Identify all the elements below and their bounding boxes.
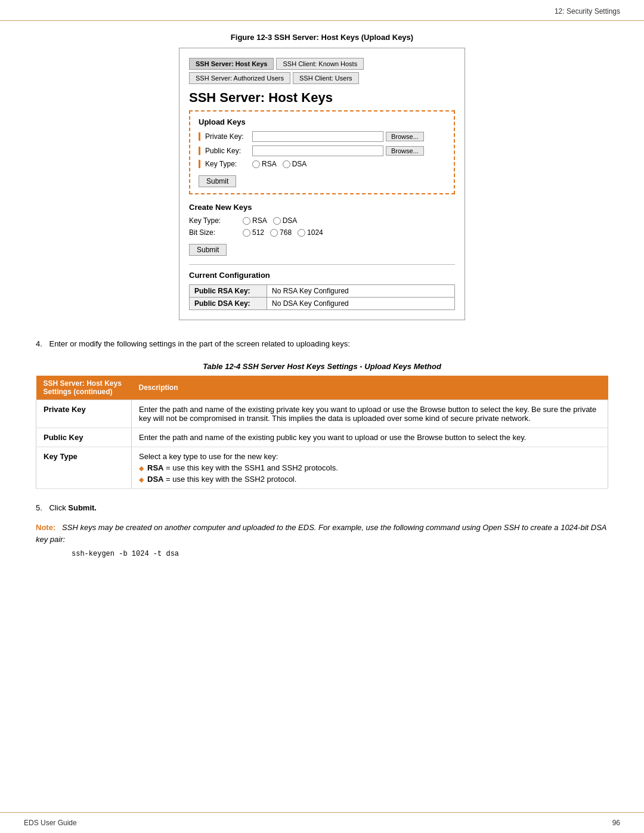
public-key-input[interactable]	[252, 145, 383, 156]
tab-row: SSH Server: Host Keys SSH Client: Known …	[189, 58, 455, 84]
key-type-rsa-text: RSA = use this key with the SSH1 and SSH…	[147, 463, 338, 472]
page-content: Figure 12-3 SSH Server: Host Keys (Uploa…	[0, 21, 644, 596]
step5-number: 5.	[36, 503, 42, 512]
upload-keys-section: Upload Keys Private Key: Browse... Publi…	[189, 110, 455, 194]
table-row-public-key: Public Key Enter the path and name of th…	[36, 428, 608, 447]
create-keys-section: Create New Keys Key Type: RSA DSA	[189, 203, 455, 256]
upload-key-type-row: Key Type: RSA DSA	[199, 160, 445, 168]
page-header: 12: Security Settings	[0, 0, 644, 21]
create-dsa-option: DSA	[273, 216, 298, 225]
step4-number: 4.	[36, 339, 42, 348]
private-key-input[interactable]	[252, 131, 383, 142]
table-key-type-setting: Key Type	[36, 447, 132, 488]
step5-text: Click	[49, 503, 66, 512]
upload-dsa-option: DSA	[283, 160, 307, 168]
table-row-private-key: Private Key Enter the path and name of t…	[36, 400, 608, 428]
table-col1-header: SSH Server: Host Keys Settings (continue…	[36, 376, 132, 400]
bit-768-radio[interactable]	[270, 229, 278, 237]
table-row-key-type: Key Type Select a key type to use for th…	[36, 447, 608, 488]
key-type-dsa-text: DSA = use this key with the SSH2 protoco…	[147, 475, 296, 484]
private-key-label: Private Key:	[199, 132, 252, 141]
upload-key-type-label: Key Type:	[199, 160, 252, 168]
config-dsa-value: No DSA Key Configured	[267, 298, 455, 310]
orange-bar-public	[199, 147, 200, 155]
footer-left: EDS User Guide	[24, 819, 77, 827]
current-config-table: Public RSA Key: No RSA Key Configured Pu…	[189, 284, 455, 310]
config-rsa-label: Public RSA Key:	[190, 285, 267, 298]
create-keys-subtitle: Create New Keys	[189, 203, 455, 212]
upload-dsa-radio[interactable]	[283, 160, 290, 168]
table-col2-header: Description	[132, 376, 608, 400]
note-section: Note: SSH keys may be created on another…	[36, 522, 608, 561]
bit-512-radio[interactable]	[243, 229, 250, 237]
tab-ssh-server-authorized-users[interactable]: SSH Server: Authorized Users	[189, 72, 290, 84]
tab-ssh-client-known-hosts[interactable]: SSH Client: Known Hosts	[276, 58, 364, 70]
orange-bar-private	[199, 132, 200, 141]
upload-key-type-radio-group: RSA DSA	[252, 160, 306, 168]
page-footer: EDS User Guide 96	[0, 812, 644, 833]
settings-table-caption: Table 12-4 SSH Server Host Keys Settings…	[36, 362, 608, 371]
create-key-type-radio-group: RSA DSA	[243, 216, 297, 225]
figure-box: SSH Server: Host Keys SSH Client: Known …	[179, 48, 465, 320]
table-public-key-setting: Public Key	[36, 428, 132, 447]
create-dsa-radio[interactable]	[273, 217, 281, 225]
table-header-row: SSH Server: Host Keys Settings (continue…	[36, 376, 608, 400]
table-private-key-setting: Private Key	[36, 400, 132, 428]
key-type-dsa-bullet: ◆ DSA = use this key with the SSH2 proto…	[139, 475, 600, 484]
table-public-key-description: Enter the path and name of the existing …	[132, 428, 608, 447]
diamond-icon-rsa: ◆	[139, 465, 144, 472]
current-config-subtitle: Current Configuration	[189, 271, 455, 280]
tab-ssh-client-users[interactable]: SSH Client: Users	[293, 72, 359, 84]
divider	[189, 264, 455, 265]
create-submit-button[interactable]: Submit	[189, 244, 227, 256]
create-key-type-label: Key Type:	[189, 216, 243, 225]
note-code: ssh-keygen -b 1024 -t dsa	[72, 549, 608, 560]
config-dsa-row: Public DSA Key: No DSA Key Configured	[190, 298, 455, 310]
config-dsa-label: Public DSA Key:	[190, 298, 267, 310]
header-title: 12: Security Settings	[555, 7, 620, 16]
figure-caption: Figure 12-3 SSH Server: Host Keys (Uploa…	[36, 33, 608, 42]
footer-right: 96	[612, 819, 620, 827]
table-private-key-description: Enter the path and name of the existing …	[132, 400, 608, 428]
upload-rsa-radio[interactable]	[252, 160, 260, 168]
step4-text: Enter or modify the following settings i…	[49, 339, 349, 348]
bit-size-label: Bit Size:	[189, 228, 243, 237]
private-key-row: Private Key: Browse...	[199, 131, 445, 142]
public-key-browse-button[interactable]: Browse...	[386, 146, 424, 156]
create-rsa-option: RSA	[243, 216, 267, 225]
bit-768-option: 768	[270, 228, 292, 237]
tab-ssh-server-host-keys[interactable]: SSH Server: Host Keys	[189, 58, 274, 70]
upload-submit-button[interactable]: Submit	[199, 175, 236, 187]
private-key-browse-button[interactable]: Browse...	[386, 132, 424, 141]
bit-size-radio-group: 512 768 1024	[243, 228, 323, 237]
public-key-row: Public Key: Browse...	[199, 145, 445, 156]
create-submit-row: Submit	[189, 240, 455, 256]
note-label: Note:	[36, 523, 55, 532]
upload-keys-subtitle: Upload Keys	[199, 117, 445, 126]
step5-paragraph: 5. Click Submit.	[36, 503, 608, 512]
config-rsa-row: Public RSA Key: No RSA Key Configured	[190, 285, 455, 298]
diamond-icon-dsa: ◆	[139, 476, 144, 484]
create-key-type-row: Key Type: RSA DSA	[189, 216, 455, 225]
create-rsa-radio[interactable]	[243, 217, 250, 225]
bit-512-option: 512	[243, 228, 264, 237]
config-rsa-value: No RSA Key Configured	[267, 285, 455, 298]
upload-rsa-option: RSA	[252, 160, 277, 168]
step5-bold: Submit.	[68, 503, 97, 512]
settings-table: SSH Server: Host Keys Settings (continue…	[36, 376, 608, 489]
key-type-rsa-bullet: ◆ RSA = use this key with the SSH1 and S…	[139, 463, 600, 472]
public-key-label: Public Key:	[199, 147, 252, 155]
bit-size-row: Bit Size: 512 768 1024	[189, 228, 455, 237]
table-key-type-description: Select a key type to use for the new key…	[132, 447, 608, 488]
bit-1024-option: 1024	[298, 228, 323, 237]
orange-bar-keytype	[199, 160, 200, 168]
bit-1024-radio[interactable]	[298, 229, 305, 237]
figure-main-title: SSH Server: Host Keys	[189, 90, 455, 106]
note-italic-text: SSH keys may be created on another compu…	[36, 523, 606, 544]
step4-paragraph: 4. Enter or modify the following setting…	[36, 338, 608, 350]
current-config-section: Current Configuration Public RSA Key: No…	[189, 271, 455, 310]
upload-submit-row: Submit	[199, 172, 445, 187]
